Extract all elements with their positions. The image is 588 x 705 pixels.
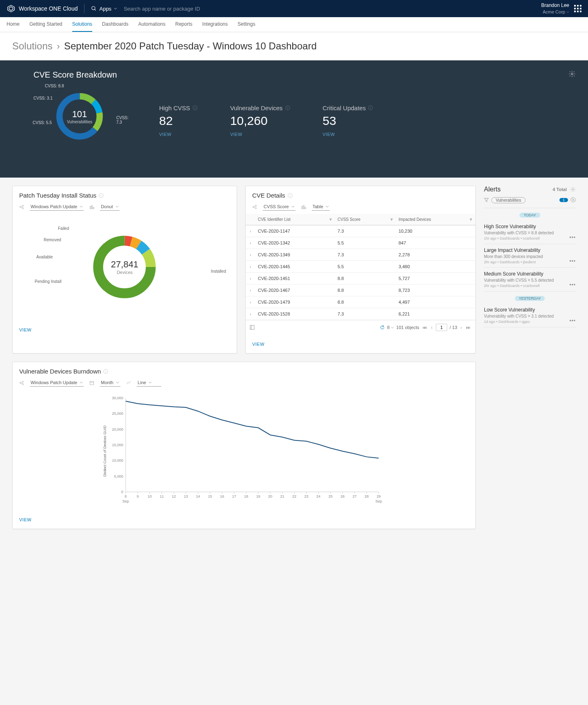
page-size[interactable]: 8 (387, 325, 394, 330)
svg-text:15,000: 15,000 (112, 443, 123, 447)
table-row[interactable]: ›CVE-2020-14798.84,497 (246, 296, 475, 308)
more-icon[interactable]: ••• (569, 318, 576, 324)
svg-point-13 (571, 73, 573, 75)
prev-page-btn[interactable]: ‹ (430, 325, 433, 330)
share-icon[interactable] (19, 380, 24, 385)
filter-charttype[interactable]: Line (137, 379, 161, 387)
first-page-btn[interactable]: ⏮ (422, 325, 428, 330)
share-icon[interactable] (252, 205, 257, 209)
donut-center-label: Devices (111, 270, 138, 275)
view-link[interactable]: VIEW (230, 132, 290, 137)
view-link[interactable]: VIEW (19, 517, 31, 522)
clear-filter-btn[interactable]: ⓧ (570, 196, 576, 204)
col-header[interactable]: CVE Identifier List▼ (255, 214, 335, 225)
svg-text:14: 14 (196, 494, 200, 498)
info-icon[interactable]: i (285, 105, 290, 110)
tab-integrations[interactable]: Integrations (202, 17, 228, 32)
info-icon[interactable]: i (99, 193, 104, 198)
tab-automations[interactable]: Automations (138, 17, 166, 32)
info-icon[interactable]: i (103, 369, 108, 374)
search-input[interactable] (124, 6, 246, 12)
search-icon (91, 6, 97, 11)
col-header[interactable]: Impacted Devices▼ (396, 214, 475, 225)
alerts-total: 4 Total (552, 187, 567, 192)
next-page-btn[interactable]: › (459, 325, 463, 330)
card-burndown: Vulnerable Devices Burndown i Windows Pa… (12, 362, 476, 529)
info-icon[interactable]: i (368, 105, 373, 110)
expand-row-btn[interactable]: › (246, 249, 255, 261)
svg-text:i: i (371, 106, 371, 110)
more-icon[interactable]: ••• (569, 282, 576, 288)
donut-seg-label: Removed (44, 238, 61, 242)
info-icon[interactable]: i (193, 105, 197, 110)
apps-menu[interactable]: Apps (91, 6, 117, 12)
view-link[interactable]: VIEW (19, 327, 31, 332)
table-row[interactable]: ›CVE-2020-14455.53,480 (246, 261, 475, 273)
filter-charttype[interactable]: Donut (100, 203, 119, 211)
alert-item[interactable]: Medium Score VulnerabilityVulnerability … (484, 268, 576, 291)
filter-range[interactable]: Month (100, 379, 120, 387)
alert-item[interactable]: High Score VulnerabilityVulnerability wi… (484, 220, 576, 244)
filter-dataset[interactable]: Windows Patch Update (30, 203, 84, 211)
expand-row-btn[interactable]: › (246, 237, 255, 249)
tab-settings[interactable]: Settings (237, 17, 255, 32)
breadcrumb-root[interactable]: Solutions (12, 40, 53, 51)
table-row[interactable]: ›CVE-2020-14518.85,727 (246, 273, 475, 285)
col-header[interactable]: CVSS Score▼ (335, 214, 396, 225)
alert-item[interactable]: Low Score VulnerabilityVulnerability wit… (484, 304, 576, 327)
alert-item[interactable]: Large Impact VulnerabilityMore than 300 … (484, 244, 576, 268)
filter-icon[interactable]: ▼ (328, 217, 333, 222)
svg-rect-31 (90, 206, 91, 209)
view-link[interactable]: VIEW (252, 342, 264, 347)
table-row[interactable]: ›CVE-2020-15287.36,221 (246, 308, 475, 320)
svg-text:21: 21 (280, 494, 284, 498)
filter-dataset[interactable]: Windows Patch Update (30, 379, 84, 387)
filter-chip[interactable]: Vulnerabilities (491, 197, 526, 203)
table-row[interactable]: ›CVE-2020-14678.88,723 (246, 285, 475, 296)
expand-row-btn[interactable]: › (246, 225, 255, 237)
alerts-title: Alerts (484, 186, 501, 193)
tab-dashboards[interactable]: Dashboards (102, 17, 129, 32)
table-row[interactable]: ›CVE-2020-13425.5847 (246, 237, 475, 249)
filter-icon[interactable] (484, 198, 489, 202)
expand-row-btn[interactable]: › (246, 296, 255, 308)
last-page-btn[interactable]: ⏭ (465, 325, 471, 330)
topbar: Workspace ONE Cloud Apps Brandon Lee Acm… (0, 0, 588, 17)
svg-point-42 (255, 205, 256, 206)
card-title: CVE Details (252, 192, 285, 199)
view-link[interactable]: VIEW (159, 132, 197, 137)
expand-row-btn[interactable]: › (246, 308, 255, 320)
filter-metric[interactable]: CVSS Score (263, 203, 295, 211)
breadcrumb: Solutions › September 2020 Patch Tuesday… (0, 32, 588, 60)
apps-grid-icon[interactable] (574, 5, 581, 12)
more-icon[interactable]: ••• (569, 235, 576, 240)
refresh-icon[interactable] (380, 325, 385, 330)
tab-getting-started[interactable]: Getting Started (29, 17, 62, 32)
filter-icon[interactable]: ▼ (469, 217, 473, 222)
svg-text:30,000: 30,000 (112, 396, 123, 400)
expand-row-btn[interactable]: › (246, 261, 255, 273)
tab-solutions[interactable]: Solutions (72, 17, 92, 32)
info-icon[interactable]: i (288, 193, 293, 198)
table-row[interactable]: ›CVE-2020-11477.310,230 (246, 225, 475, 237)
expand-row-btn[interactable]: › (246, 273, 255, 285)
svg-text:5,000: 5,000 (114, 474, 123, 478)
chevron-down-icon (566, 11, 569, 13)
share-icon[interactable] (19, 205, 24, 209)
view-link[interactable]: VIEW (323, 132, 373, 137)
user-block[interactable]: Brandon Lee Acme Corp (541, 2, 581, 15)
tab-reports[interactable]: Reports (175, 17, 193, 32)
page-title: September 2020 Patch Tuesday - Windows 1… (64, 40, 317, 51)
svg-text:19: 19 (256, 494, 260, 498)
more-icon[interactable]: ••• (569, 258, 576, 264)
donut-seg-label: CVSS: 3.1 (33, 96, 53, 100)
expand-row-btn[interactable]: › (246, 285, 255, 296)
table-row[interactable]: ›CVE-2020-13497.32,278 (246, 249, 475, 261)
filter-icon[interactable]: ▼ (390, 217, 394, 222)
filter-charttype[interactable]: Table (312, 203, 330, 211)
gear-icon[interactable] (570, 187, 576, 192)
columns-icon[interactable] (250, 325, 255, 330)
page-input[interactable] (436, 324, 447, 331)
gear-icon[interactable] (568, 70, 576, 78)
tab-home[interactable]: Home (7, 17, 20, 32)
